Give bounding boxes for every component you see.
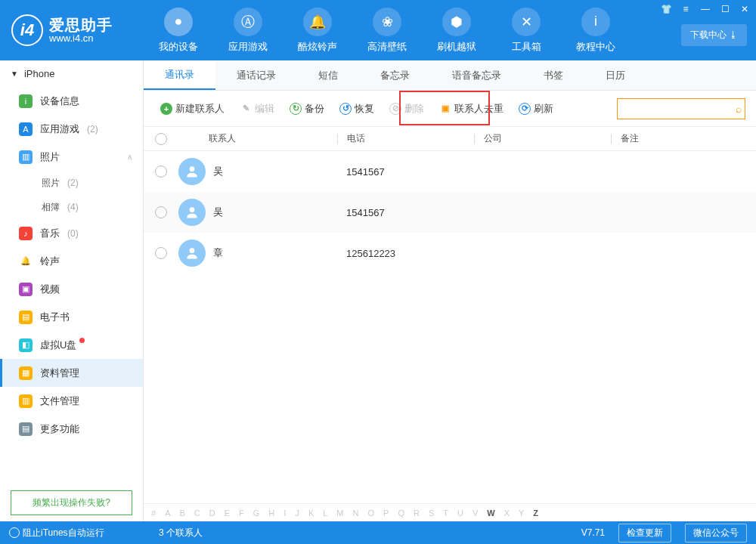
- alpha-letter[interactable]: P: [383, 508, 389, 518]
- col-note-header[interactable]: 备注: [612, 132, 756, 145]
- block-itunes-toggle[interactable]: 阻止iTunes自动运行: [9, 527, 104, 539]
- tab[interactable]: 通讯录: [144, 60, 215, 90]
- dedupe-icon: ▣: [439, 103, 451, 115]
- table-row[interactable]: 吴 1541567: [144, 192, 756, 233]
- col-name-header[interactable]: 联系人: [178, 132, 337, 145]
- backup-button[interactable]: ↻备份: [284, 99, 330, 119]
- sidebar-item[interactable]: A应用游戏(2): [0, 115, 143, 143]
- alpha-letter[interactable]: D: [209, 508, 215, 518]
- sidebar-item[interactable]: 🔔铃声: [0, 247, 143, 275]
- new-contact-button[interactable]: +新建联系人: [154, 99, 231, 119]
- close-icon[interactable]: ✕: [736, 2, 754, 16]
- edit-button[interactable]: ✎编辑: [234, 99, 280, 119]
- skin-icon[interactable]: 👕: [657, 2, 675, 16]
- contact-rows: 吴 1541567 吴 1541567 章 125612223: [144, 151, 756, 503]
- alpha-letter[interactable]: C: [194, 508, 200, 518]
- sidebar-item[interactable]: ◧虚拟U盘: [0, 331, 143, 359]
- alpha-letter[interactable]: H: [268, 508, 274, 518]
- tab[interactable]: 短信: [297, 60, 359, 90]
- alpha-index[interactable]: #ABCDEFGHIJKLMNOPQRSTUVWXYZ: [144, 503, 756, 521]
- alpha-letter[interactable]: A: [165, 508, 170, 518]
- download-center-button[interactable]: 下载中心 ⭳: [681, 24, 747, 46]
- alpha-letter[interactable]: O: [367, 508, 374, 518]
- device-selector[interactable]: ▼ iPhone: [0, 60, 143, 87]
- content-tabs: 通讯录通话记录短信备忘录语音备忘录书签日历: [144, 60, 756, 91]
- alpha-letter[interactable]: #: [151, 508, 156, 518]
- nav-info[interactable]: i教程中心: [561, 8, 631, 54]
- alpha-letter[interactable]: I: [284, 508, 286, 518]
- alpha-letter[interactable]: V: [472, 508, 478, 518]
- sidebar-item[interactable]: ▤电子书: [0, 303, 143, 331]
- col-company-header[interactable]: 公司: [475, 132, 611, 145]
- sidebar-icon: ▥: [19, 150, 33, 164]
- alpha-letter[interactable]: N: [353, 508, 359, 518]
- alpha-letter[interactable]: M: [336, 508, 343, 518]
- new-contact-label: 新建联系人: [175, 102, 225, 116]
- tab[interactable]: 通话记录: [215, 60, 297, 90]
- alpha-letter[interactable]: Z: [533, 508, 538, 518]
- nav-wrench[interactable]: ✕工具箱: [491, 8, 561, 54]
- row-checkbox[interactable]: [155, 165, 167, 178]
- top-bar: i4 爱思助手 www.i4.cn ●我的设备Ⓐ应用游戏🔔酷炫铃声❀高清壁纸⬢刷…: [0, 0, 756, 60]
- sidebar-label: 视频: [40, 283, 60, 296]
- delete-button[interactable]: ⊘删除: [383, 99, 430, 119]
- tab[interactable]: 备忘录: [359, 60, 431, 90]
- maximize-icon[interactable]: ☐: [716, 2, 734, 16]
- col-phone-header[interactable]: 电话: [338, 132, 474, 145]
- nav-box[interactable]: ⬢刷机越狱: [422, 8, 491, 54]
- alpha-letter[interactable]: K: [308, 508, 314, 518]
- restore-button[interactable]: ↺恢复: [333, 99, 380, 119]
- sidebar-item[interactable]: ▥文件管理: [0, 387, 143, 415]
- alpha-letter[interactable]: E: [225, 508, 230, 518]
- sidebar-item[interactable]: ▥照片∧: [0, 143, 143, 171]
- minimize-icon[interactable]: —: [696, 2, 714, 16]
- sidebar-item[interactable]: ▦资料管理: [0, 359, 143, 387]
- refresh-icon: ⟳: [519, 103, 531, 115]
- store-icon: Ⓐ: [234, 8, 262, 36]
- nav-bell[interactable]: 🔔酷炫铃声: [283, 8, 352, 54]
- app-site: www.i4.cn: [49, 33, 113, 44]
- select-all-checkbox[interactable]: [155, 133, 167, 145]
- refresh-button[interactable]: ⟳刷新: [513, 99, 559, 119]
- row-checkbox[interactable]: [155, 206, 167, 218]
- alpha-letter[interactable]: L: [323, 508, 327, 518]
- dedupe-button[interactable]: ▣联系人去重: [433, 99, 510, 119]
- alpha-letter[interactable]: S: [429, 508, 434, 518]
- help-link[interactable]: 频繁出现操作失败?: [11, 490, 132, 515]
- alpha-letter[interactable]: U: [457, 508, 463, 518]
- sidebar-item[interactable]: ♪音乐(0): [0, 219, 143, 247]
- sidebar-item[interactable]: ▤更多功能: [0, 415, 143, 443]
- alpha-letter[interactable]: Q: [398, 508, 404, 518]
- alpha-letter[interactable]: B: [179, 508, 184, 518]
- row-checkbox[interactable]: [155, 247, 167, 259]
- alpha-letter[interactable]: W: [487, 508, 494, 518]
- tab[interactable]: 语音备忘录: [431, 60, 522, 90]
- alpha-letter[interactable]: J: [295, 508, 299, 518]
- sidebar-item[interactable]: ▣视频: [0, 275, 143, 303]
- alpha-letter[interactable]: F: [239, 508, 244, 518]
- alpha-letter[interactable]: G: [253, 508, 260, 518]
- sidebar-label: 文件管理: [40, 394, 79, 408]
- sidebar-item[interactable]: i设备信息: [0, 87, 143, 115]
- table-row[interactable]: 吴 1541567: [144, 151, 756, 192]
- contact-phone: 125612223: [337, 248, 473, 259]
- avatar-icon: [178, 240, 206, 267]
- search-box[interactable]: ⌕: [617, 98, 745, 119]
- sidebar-item[interactable]: 照片(2): [0, 171, 143, 195]
- table-row[interactable]: 章 125612223: [144, 233, 756, 274]
- menu-icon[interactable]: ≡: [677, 2, 695, 16]
- nav-store[interactable]: Ⓐ应用游戏: [213, 8, 283, 54]
- tab[interactable]: 日历: [584, 60, 646, 90]
- sidebar-item[interactable]: 相簿(4): [0, 195, 143, 219]
- alpha-letter[interactable]: T: [443, 508, 448, 518]
- alpha-letter[interactable]: R: [414, 508, 420, 518]
- alpha-letter[interactable]: X: [504, 508, 510, 518]
- tab[interactable]: 书签: [522, 60, 584, 90]
- check-update-button[interactable]: 检查更新: [618, 524, 671, 542]
- alpha-letter[interactable]: Y: [519, 508, 524, 518]
- nav-flower[interactable]: ❀高清壁纸: [352, 8, 422, 54]
- backup-icon: ↻: [290, 103, 302, 115]
- wechat-button[interactable]: 微信公众号: [685, 524, 747, 542]
- nav-apple[interactable]: ●我的设备: [144, 8, 213, 54]
- search-input[interactable]: [622, 104, 736, 114]
